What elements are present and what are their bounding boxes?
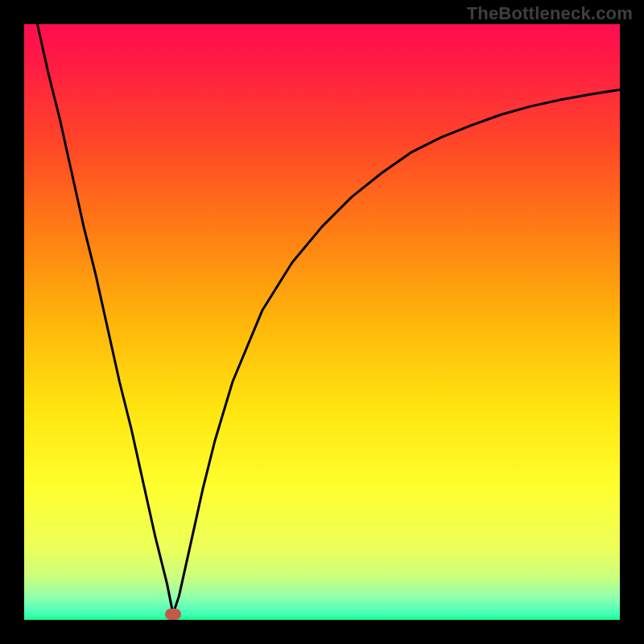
watermark-text: TheBottleneck.com: [467, 3, 633, 24]
plot-area: [24, 24, 620, 620]
chart-frame: TheBottleneck.com: [0, 0, 644, 644]
bottleneck-curve: [24, 24, 620, 620]
minimum-marker: [165, 609, 181, 620]
